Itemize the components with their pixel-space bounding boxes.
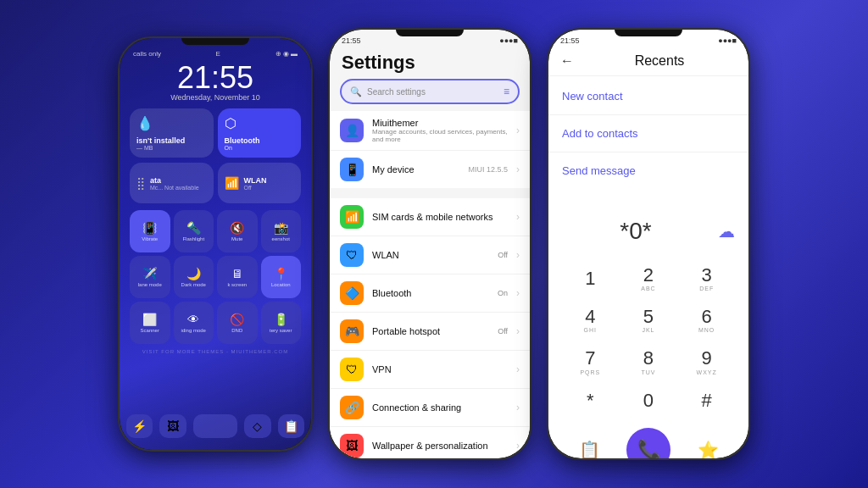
hotspot-status: Off bbox=[498, 327, 508, 336]
bluetooth-title: Bluetooth bbox=[225, 136, 295, 145]
key-9-letters: WXYZ bbox=[697, 369, 717, 375]
qb-airplane[interactable]: ✈️lane mode bbox=[130, 256, 170, 298]
hotspot-icon: 🎮 bbox=[340, 319, 364, 343]
miuithemer-sub: Manage accounts, cloud services, payment… bbox=[372, 128, 508, 143]
favorites-button[interactable]: ⭐ bbox=[691, 433, 725, 458]
recents-item-new-contact[interactable]: New contact bbox=[548, 81, 748, 111]
search-input[interactable]: Search settings bbox=[367, 87, 498, 97]
dial-key-9[interactable]: 9WXYZ bbox=[678, 341, 735, 381]
qb-dnd[interactable]: 🚫DND bbox=[217, 302, 258, 344]
settings-item-vpn[interactable]: 🛡 VPN › bbox=[330, 351, 530, 389]
arrow-icon-1: › bbox=[516, 125, 520, 136]
qb-location[interactable]: 📍Location bbox=[261, 256, 302, 298]
bluetooth-icon: ⬡ bbox=[225, 115, 295, 131]
key-8-num: 8 bbox=[643, 348, 654, 369]
search-bar[interactable]: 🔍 Search settings ≡ bbox=[340, 79, 520, 104]
bottom-btn-2[interactable]: 🖼 bbox=[159, 414, 186, 438]
bottom-btn-3[interactable]: ◇ bbox=[244, 414, 270, 438]
dial-key-0[interactable]: 0 bbox=[620, 384, 677, 418]
arrow-icon-2: › bbox=[516, 164, 520, 175]
dialer-bottom-bar: 📋 📞 ⭐ bbox=[548, 421, 748, 458]
settings-item-device[interactable]: 📱 My device MIUI 12.5.5 › bbox=[330, 151, 530, 188]
qb-flashlight[interactable]: 🔦Flashlight bbox=[174, 210, 214, 252]
dialer-statusbar: 21:55 ●●●■ bbox=[548, 30, 748, 47]
tile-water[interactable]: 💧 isn't installed — MB bbox=[130, 108, 214, 158]
call-button[interactable]: 📞 bbox=[626, 428, 670, 458]
dial-key-7[interactable]: 7PQRS bbox=[562, 341, 619, 381]
contacts-icon: 📋 bbox=[579, 440, 600, 458]
wallpaper-name: Wallpaper & personalization bbox=[372, 441, 508, 451]
dial-key-2[interactable]: 2ABC bbox=[620, 258, 677, 298]
key-7-letters: PQRS bbox=[580, 369, 600, 375]
dial-keypad: 1 2ABC 3DEF 4GHI 5JKL 6MNO 7PQRS 8TUV 9W… bbox=[548, 255, 748, 421]
dial-key-1[interactable]: 1 bbox=[562, 258, 619, 298]
bottom-btn-4[interactable]: 📋 bbox=[278, 414, 304, 438]
recents-item-send-message[interactable]: Send message bbox=[548, 156, 748, 186]
sim-icon: 📶 bbox=[340, 205, 364, 229]
settings-item-sim[interactable]: 📶 SIM cards & mobile networks › bbox=[330, 198, 530, 236]
tile-bluetooth[interactable]: ⬡ Bluetooth On bbox=[218, 108, 302, 158]
dial-key-hash[interactable]: # bbox=[678, 384, 735, 418]
bottom-wide[interactable] bbox=[193, 414, 237, 438]
contacts-button[interactable]: 📋 bbox=[572, 433, 606, 458]
settings-item-miuithemer[interactable]: 👤 Miuithemer Manage accounts, cloud serv… bbox=[330, 111, 530, 151]
qb-mute[interactable]: 🔇Mute bbox=[217, 210, 258, 252]
settings-item-connection[interactable]: 🔗 Connection & sharing › bbox=[330, 389, 530, 427]
key-4-letters: GHI bbox=[584, 327, 597, 333]
dial-key-8[interactable]: 8TUV bbox=[620, 341, 677, 381]
settings-item-wlan[interactable]: 🛡 WLAN Off › bbox=[330, 236, 530, 274]
wlan-icon: 📶 bbox=[225, 176, 239, 190]
qb-scanner[interactable]: ⬜Scanner bbox=[130, 302, 170, 344]
qb-screenshot[interactable]: 📸eenshot bbox=[261, 210, 302, 252]
reading-icon: 👁 bbox=[187, 313, 199, 326]
wlan-settings-icon: 🛡 bbox=[340, 243, 364, 267]
key-1-num: 1 bbox=[585, 269, 595, 289]
qb-darkmode[interactable]: 🌙Dark mode bbox=[174, 256, 214, 298]
phone2-settings: 21:55 ●●●■ Settings 🔍 Search settings ≡ … bbox=[328, 28, 531, 460]
qb-battery[interactable]: 🔋tery saver bbox=[261, 302, 302, 344]
recents-item-add-contact[interactable]: Add to contacts bbox=[548, 119, 748, 148]
bottom-btn-1[interactable]: ⚡ bbox=[126, 414, 153, 438]
dial-key-4[interactable]: 4GHI bbox=[562, 300, 619, 340]
signal-icon: 📶 bbox=[345, 210, 359, 224]
back-button[interactable]: ← bbox=[560, 53, 574, 69]
qb-screen[interactable]: 🖥k screen bbox=[217, 256, 258, 298]
miuithemer-name: Miuithemer bbox=[372, 118, 508, 128]
search-menu-icon: ≡ bbox=[504, 86, 509, 97]
arrow-icon-6: › bbox=[516, 325, 520, 337]
key-hash-num: # bbox=[702, 391, 712, 411]
settings-item-hotspot[interactable]: 🎮 Portable hotspot Off › bbox=[330, 313, 530, 351]
time-display: 21:55 Wednesday, November 10 bbox=[126, 59, 304, 103]
tile-data[interactable]: ⣿ ata Mc... Not available bbox=[130, 163, 214, 203]
key-6-letters: MNO bbox=[698, 327, 715, 333]
vpn-icon: 🛡 bbox=[340, 358, 364, 381]
screenshot-icon: 📸 bbox=[274, 221, 288, 235]
wlan-settings-name: WLAN bbox=[372, 250, 489, 260]
phone3-dialer: 21:55 ●●●■ ← Recents New contact Add to … bbox=[547, 28, 750, 460]
favorites-icon: ⭐ bbox=[698, 440, 719, 458]
miui-version: MIUI 12.5.5 bbox=[468, 165, 508, 174]
key-9-num: 9 bbox=[702, 348, 712, 369]
cloud-icon: ☁ bbox=[718, 221, 735, 241]
gamepad-icon: 🎮 bbox=[345, 324, 359, 338]
settings-item-bluetooth[interactable]: 🔷 Bluetooth On › bbox=[330, 274, 530, 313]
dial-key-star[interactable]: * bbox=[562, 384, 619, 418]
arrow-icon-3: › bbox=[516, 211, 520, 223]
recents-list: New contact Add to contacts Send message bbox=[548, 76, 748, 191]
flash-icon: ⚡ bbox=[132, 419, 147, 433]
key-7-num: 7 bbox=[585, 348, 595, 369]
wlan-sub: Off bbox=[244, 185, 295, 191]
water-sub: — MB bbox=[136, 145, 207, 151]
tile-wlan[interactable]: 📶 WLAN Off bbox=[218, 163, 302, 203]
wlan-status: Off bbox=[498, 251, 508, 259]
wlan-name: WLAN bbox=[244, 176, 295, 185]
settings-item-wallpaper[interactable]: 🖼 Wallpaper & personalization › bbox=[330, 427, 530, 458]
qb-vibrate[interactable]: 📳Vibrate bbox=[130, 210, 170, 252]
water-icon: 💧 bbox=[136, 115, 207, 131]
dial-key-5[interactable]: 5JKL bbox=[620, 300, 677, 340]
dial-key-6[interactable]: 6MNO bbox=[678, 300, 735, 340]
quick-tiles: 💧 isn't installed — MB ⬡ Bluetooth On bbox=[130, 108, 301, 158]
qb-reading[interactable]: 👁iding mode bbox=[174, 302, 214, 344]
dial-key-3[interactable]: 3DEF bbox=[678, 258, 735, 298]
hotspot-name: Portable hotspot bbox=[372, 326, 489, 336]
